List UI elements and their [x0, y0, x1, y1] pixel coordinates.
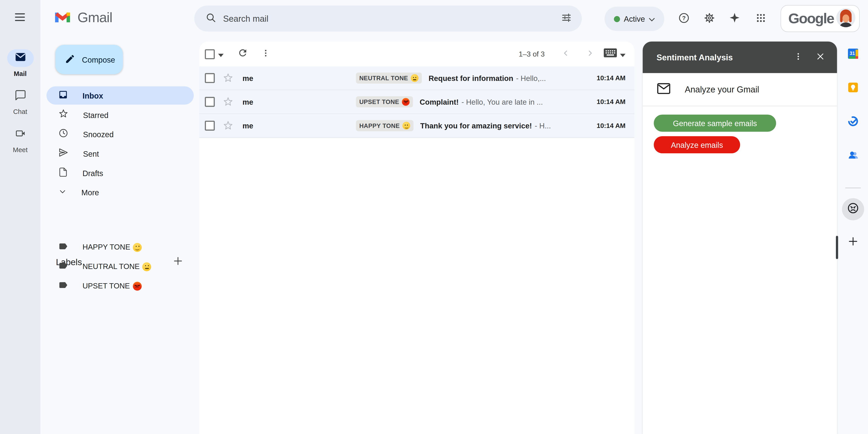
rail-item-mail[interactable]: Mail — [0, 49, 40, 78]
more-vert-icon — [261, 49, 270, 59]
close-icon — [816, 52, 825, 63]
addon-panel-title: Sentiment Analysis — [656, 53, 787, 62]
chat-pill — [7, 88, 34, 105]
row-checkbox[interactable] — [205, 97, 215, 107]
label-upset-tone-text: UPSET TONE — [83, 282, 130, 290]
label-chip-upset-tone[interactable]: UPSET TONE — [356, 96, 413, 107]
companion-rail: 31 — [837, 38, 868, 434]
label-chip-happy-tone[interactable]: HAPPY TONE — [356, 120, 414, 131]
search-button[interactable] — [200, 7, 222, 30]
tasks-icon — [847, 115, 859, 129]
google-apps-button[interactable] — [749, 8, 772, 30]
email-subject: Thank you for amazing service! — [420, 122, 532, 130]
sidebar-item-snoozed-label: Snoozed — [83, 130, 114, 138]
keep-sidebar-button[interactable] — [842, 78, 864, 100]
chat-icon — [15, 90, 26, 103]
chevron-left-icon — [561, 49, 570, 59]
mail-icon — [15, 53, 26, 64]
email-time: 10:14 AM — [596, 122, 625, 129]
rail-item-chat-label: Chat — [0, 108, 40, 116]
pencil-icon — [65, 53, 75, 66]
settings-gear-icon — [703, 12, 715, 26]
sidebar-item-more[interactable]: More — [46, 183, 194, 202]
search-input[interactable] — [222, 13, 555, 24]
star-toggle[interactable] — [222, 72, 234, 84]
older-page-button[interactable] — [579, 43, 601, 65]
label-tag-icon — [58, 260, 68, 273]
tune-icon — [561, 12, 572, 25]
rail-item-meet[interactable]: Meet — [0, 126, 40, 154]
label-happy-tone-text: HAPPY TONE — [83, 243, 130, 251]
addon-close-button[interactable] — [809, 46, 831, 68]
active-addon-indicator — [836, 236, 838, 259]
more-options-button[interactable] — [255, 43, 277, 65]
refresh-button[interactable] — [231, 43, 254, 65]
analyze-emails-button[interactable]: Analyze emails — [654, 136, 740, 153]
row-checkbox[interactable] — [205, 73, 215, 83]
sidebar-item-drafts[interactable]: Drafts — [46, 164, 194, 182]
rail-item-chat[interactable]: Chat — [0, 88, 40, 116]
email-row[interactable]: me NEUTRAL TONE Request for information … — [199, 66, 634, 90]
sidebar-label-happy-tone[interactable]: HAPPY TONE — [46, 238, 194, 256]
sidebar-item-more-label: More — [81, 188, 99, 197]
generate-sample-emails-button[interactable]: Generate sample emails — [654, 115, 776, 132]
newer-page-button[interactable] — [555, 43, 577, 65]
sidebar-label-neutral-tone[interactable]: NEUTRAL TONE — [46, 257, 194, 276]
list-toolbar: 1–3 of 3 — [199, 41, 634, 66]
envelope-icon — [657, 83, 671, 96]
videocam-icon — [14, 128, 26, 141]
email-subject: Complaint! — [420, 98, 459, 106]
select-dropdown-arrow[interactable] — [218, 49, 223, 59]
angry-emoji — [133, 281, 142, 290]
chip-text: UPSET TONE — [359, 98, 399, 105]
contacts-sidebar-button[interactable] — [842, 145, 864, 167]
gmail-wordmark: Gmail — [78, 9, 112, 26]
input-tools-button[interactable] — [603, 48, 625, 60]
angry-emoji — [402, 98, 410, 105]
status-selector[interactable]: Active — [604, 6, 664, 31]
rail-item-mail-label: Mail — [0, 70, 40, 78]
sparkle-icon — [729, 12, 740, 26]
email-row[interactable]: me HAPPY TONE Thank you for amazing serv… — [199, 114, 634, 138]
tasks-sidebar-button[interactable] — [842, 111, 864, 133]
compose-button[interactable]: Compose — [55, 45, 123, 74]
contacts-icon — [847, 149, 859, 163]
send-icon — [58, 147, 69, 160]
sidebar-item-sent[interactable]: Sent — [46, 145, 194, 163]
addon-menu-button[interactable] — [787, 46, 809, 68]
sidebar-item-snoozed[interactable]: Snoozed — [46, 125, 194, 143]
main-menu-button[interactable] — [9, 7, 31, 29]
addon-section-title: Analyze your Gmail — [685, 84, 759, 94]
sidebar-item-starred-label: Starred — [83, 111, 108, 119]
settings-button[interactable] — [698, 8, 720, 30]
sidebar-label-upset-tone[interactable]: UPSET TONE — [46, 277, 194, 295]
sidebar-item-inbox-label: Inbox — [83, 91, 103, 100]
star-toggle[interactable] — [222, 96, 234, 107]
label-tag-icon — [58, 241, 68, 253]
mail-pill — [7, 49, 34, 67]
search-options-button[interactable] — [555, 7, 577, 30]
get-addons-button[interactable] — [842, 231, 864, 254]
email-row[interactable]: me UPSET TONE Complaint! - Hello, You ar… — [199, 90, 634, 114]
rail-item-meet-label: Meet — [0, 146, 40, 154]
label-chip-neutral-tone[interactable]: NEUTRAL TONE — [356, 72, 422, 84]
search-icon — [206, 12, 217, 25]
help-button[interactable]: ? — [673, 8, 695, 30]
keep-icon — [847, 81, 859, 96]
sentiment-addon-icon — [846, 202, 860, 217]
sidebar-item-starred[interactable]: Starred — [46, 106, 194, 124]
hamburger-icon — [15, 13, 25, 23]
label-neutral-tone-text: NEUTRAL TONE — [83, 262, 140, 271]
sentiment-addon-button[interactable] — [842, 198, 864, 220]
gemini-button[interactable] — [723, 8, 746, 30]
email-time: 10:14 AM — [596, 74, 625, 82]
calendar-sidebar-button[interactable]: 31 — [842, 43, 864, 66]
email-snippet: - H... — [535, 122, 591, 130]
row-checkbox[interactable] — [205, 121, 215, 131]
avatar[interactable] — [835, 7, 857, 30]
email-snippet: - Hello,... — [516, 74, 591, 82]
star-toggle[interactable] — [222, 120, 234, 131]
addon-panel-header: Sentiment Analysis — [643, 41, 837, 73]
select-all-checkbox[interactable] — [205, 49, 215, 59]
sidebar-item-inbox[interactable]: Inbox — [46, 86, 194, 105]
